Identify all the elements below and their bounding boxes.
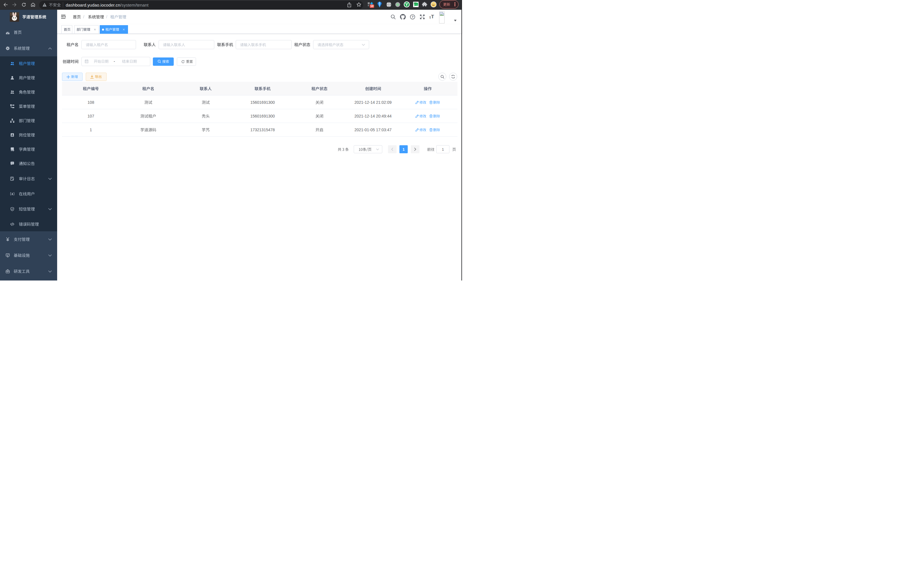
svg-text:10: 10 <box>370 5 374 8</box>
svg-text:?: ? <box>412 15 414 19</box>
